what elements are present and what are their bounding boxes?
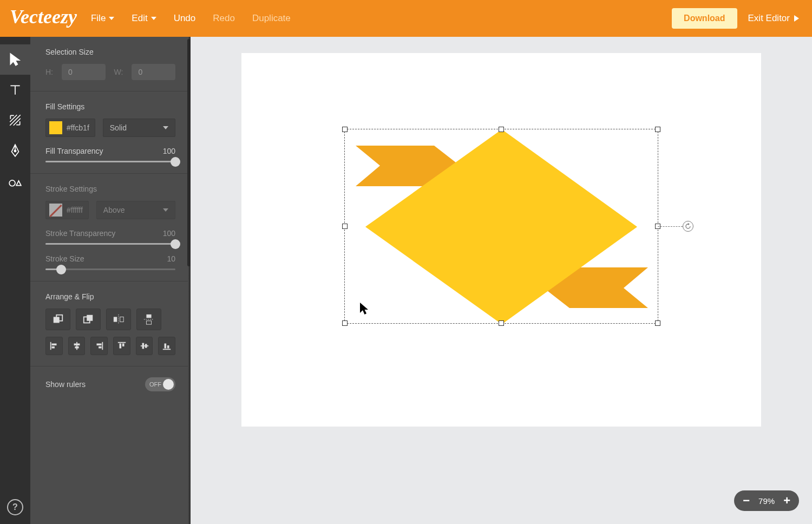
- section-arrange: Arrange & Flip: [30, 281, 191, 366]
- flip-horizontal-icon: [113, 313, 125, 325]
- align-center-v-button[interactable]: [136, 337, 153, 355]
- bring-forward-button[interactable]: [45, 309, 70, 330]
- no-stroke-swatch-icon: [49, 204, 62, 217]
- tool-select[interactable]: [0, 44, 30, 75]
- align-bottom-icon: [162, 341, 172, 351]
- bring-forward-icon: [52, 313, 64, 325]
- svg-rect-17: [74, 344, 80, 346]
- width-input[interactable]: 0: [132, 64, 175, 80]
- fill-type-select[interactable]: Solid: [103, 119, 175, 137]
- align-top-icon: [117, 341, 127, 351]
- stroke-size-label: Stroke Size: [45, 254, 84, 263]
- svg-rect-12: [146, 321, 151, 324]
- rotate-handle[interactable]: [683, 221, 693, 232]
- svg-rect-9: [120, 317, 123, 322]
- stroke-transparency-slider[interactable]: [45, 243, 175, 245]
- svg-rect-27: [145, 344, 147, 348]
- resize-handle-sw[interactable]: [342, 320, 348, 326]
- stroke-size-slider[interactable]: [45, 268, 175, 270]
- slider-knob[interactable]: [171, 239, 180, 249]
- svg-rect-23: [119, 344, 121, 349]
- flip-vertical-button[interactable]: [136, 309, 161, 330]
- tool-pen[interactable]: [0, 135, 30, 166]
- zoom-in-button[interactable]: +: [783, 495, 790, 507]
- exit-editor-button[interactable]: Exit Editor: [748, 13, 799, 24]
- stroke-position-select[interactable]: Above: [96, 201, 175, 219]
- resize-handle-w[interactable]: [342, 224, 348, 229]
- slider-knob[interactable]: [171, 157, 180, 167]
- svg-rect-30: [167, 345, 169, 348]
- menu-redo-label: Redo: [213, 13, 235, 24]
- help-button[interactable]: ?: [7, 499, 23, 515]
- align-center-h-button[interactable]: [68, 337, 86, 355]
- section-rulers: Show rulers OFF: [30, 366, 191, 397]
- resize-handle-s[interactable]: [499, 320, 504, 326]
- help-icon: ?: [12, 502, 18, 512]
- menu-redo[interactable]: Redo: [213, 13, 235, 24]
- banner-shape[interactable]: [345, 129, 659, 324]
- svg-marker-34: [569, 267, 648, 308]
- text-icon: [8, 83, 22, 97]
- svg-marker-31: [356, 146, 434, 186]
- flip-horizontal-button[interactable]: [106, 309, 131, 330]
- align-left-icon: [49, 341, 59, 351]
- svg-point-2: [9, 180, 15, 186]
- menu-edit[interactable]: Edit: [132, 13, 156, 24]
- arrange-title: Arrange & Flip: [45, 292, 175, 301]
- tool-background[interactable]: [0, 105, 30, 135]
- menu-edit-label: Edit: [132, 13, 147, 24]
- section-stroke: Stroke Settings #ffffff Above Stroke Tra…: [30, 174, 191, 281]
- stroke-hex: #ffffff: [67, 206, 83, 214]
- svg-rect-8: [114, 317, 117, 322]
- rulers-label: Show rulers: [45, 380, 86, 389]
- rulers-toggle-state: OFF: [149, 381, 161, 388]
- canvas-cursor-icon: [359, 302, 369, 315]
- send-backward-icon: [82, 313, 94, 325]
- fill-title: Fill Settings: [45, 102, 175, 111]
- rulers-toggle[interactable]: OFF: [145, 377, 175, 391]
- svg-rect-21: [99, 346, 101, 349]
- height-input[interactable]: 0: [62, 64, 106, 80]
- tool-shapes[interactable]: [0, 166, 30, 196]
- send-backward-button[interactable]: [76, 309, 101, 330]
- menu-duplicate[interactable]: Duplicate: [252, 13, 291, 24]
- svg-rect-20: [97, 344, 102, 346]
- resize-handle-n[interactable]: [499, 127, 504, 132]
- resize-handle-nw[interactable]: [342, 127, 348, 132]
- resize-handle-se[interactable]: [655, 320, 660, 326]
- svg-rect-15: [51, 346, 54, 349]
- svg-rect-11: [146, 315, 151, 318]
- section-fill: Fill Settings #ffcb1f Solid Fill Transpa…: [30, 91, 191, 174]
- workspace: ? Selection Size H: 0 W: 0 Fill Settings…: [0, 37, 812, 524]
- stroke-transparency-value: 100: [163, 229, 175, 238]
- artboard[interactable]: [241, 53, 761, 427]
- slider-knob[interactable]: [56, 265, 66, 274]
- align-top-button[interactable]: [113, 337, 130, 355]
- align-left-button[interactable]: [45, 337, 63, 355]
- brand-logo[interactable]: Vecteezy: [0, 5, 91, 31]
- cursor-icon: [8, 53, 22, 67]
- menu-file[interactable]: File: [91, 13, 114, 24]
- align-center-h-icon: [72, 341, 82, 351]
- align-right-button[interactable]: [90, 337, 108, 355]
- menu-undo[interactable]: Undo: [174, 13, 196, 24]
- fill-transparency-slider[interactable]: [45, 161, 175, 162]
- fill-color-picker[interactable]: #ffcb1f: [45, 119, 95, 137]
- align-bottom-button[interactable]: [158, 337, 175, 355]
- zoom-control: − 79% +: [734, 490, 799, 511]
- fill-transparency-value: 100: [163, 147, 175, 155]
- selection-box[interactable]: [344, 129, 658, 324]
- chevron-down-icon: [163, 126, 168, 129]
- flip-vertical-icon: [143, 313, 155, 325]
- chevron-down-icon: [163, 208, 168, 212]
- chevron-down-icon: [151, 17, 156, 20]
- resize-handle-ne[interactable]: [655, 127, 660, 132]
- download-button[interactable]: Download: [672, 8, 737, 29]
- svg-rect-18: [75, 346, 78, 349]
- main-menu: File Edit Undo Redo Duplicate: [91, 13, 291, 24]
- stroke-color-picker[interactable]: #ffffff: [45, 201, 89, 219]
- arrow-right-icon: [794, 15, 799, 22]
- tool-text[interactable]: [0, 75, 30, 105]
- height-label: H:: [45, 68, 53, 76]
- zoom-out-button[interactable]: −: [743, 495, 750, 507]
